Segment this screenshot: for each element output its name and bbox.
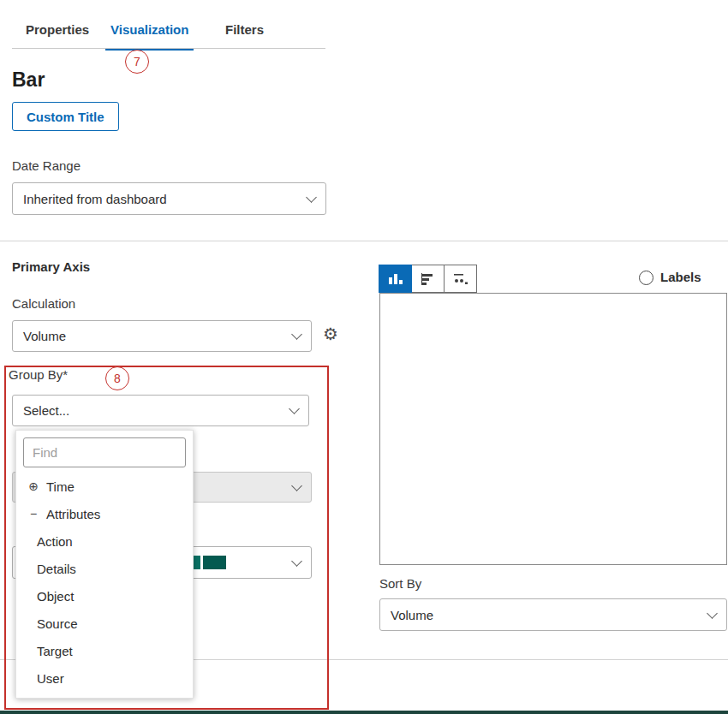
custom-title-button[interactable]: Custom Title: [12, 102, 119, 131]
tab-visualization[interactable]: Visualization: [110, 22, 188, 37]
date-range-label: Date Range: [12, 158, 81, 173]
list-item-action[interactable]: Action: [16, 527, 193, 555]
tree-item-label: Attributes: [46, 507, 100, 521]
section-divider: [0, 241, 728, 241]
annotation-step-7: 7: [125, 50, 149, 74]
group-by-label: Group By*: [9, 367, 68, 382]
chevron-down-icon: [291, 556, 302, 567]
tabs-divider: [12, 48, 325, 49]
sort-by-label: Sort By: [379, 576, 421, 591]
annotation-step-8: 8: [105, 366, 129, 390]
chart-type-toolbar: [379, 265, 477, 293]
tab-properties[interactable]: Properties: [26, 22, 89, 37]
chevron-down-icon: [306, 192, 317, 203]
labels-radio[interactable]: [639, 271, 653, 285]
minus-icon[interactable]: −: [27, 507, 40, 521]
color-swatch: [203, 556, 226, 569]
chevron-down-icon: [291, 480, 302, 491]
calculation-label: Calculation: [12, 296, 75, 311]
tree-item-time[interactable]: ⊕ Time: [16, 473, 193, 500]
visualization-settings-panel: Properties Visualization Filters 7 Bar C…: [0, 0, 728, 714]
date-range-select[interactable]: Inherited from dashboard: [12, 182, 326, 215]
labels-radio-label: Labels: [660, 270, 701, 284]
list-item-object[interactable]: Object: [16, 582, 193, 610]
chevron-down-icon: [291, 329, 302, 340]
list-item-source[interactable]: Source: [16, 610, 193, 637]
calculation-value: Volume: [23, 329, 66, 343]
dot-plot-icon: [452, 272, 469, 286]
horizontal-bar-chart-icon: [420, 272, 437, 286]
settings-gear-icon[interactable]: ⚙: [323, 324, 338, 344]
sort-by-select[interactable]: Volume: [379, 598, 727, 631]
list-item-details[interactable]: Details: [16, 555, 193, 582]
tree-item-label: Time: [46, 479, 75, 494]
calculation-select[interactable]: Volume: [12, 320, 312, 352]
sort-by-value: Volume: [391, 608, 433, 622]
plus-circle-icon[interactable]: ⊕: [27, 479, 40, 493]
primary-axis-heading: Primary Axis: [12, 259, 90, 274]
find-input[interactable]: [23, 437, 186, 467]
group-by-value: Select...: [23, 403, 69, 418]
chart-type-dot-plot-button[interactable]: [444, 265, 477, 293]
tab-filters[interactable]: Filters: [225, 22, 264, 37]
tree-item-attributes[interactable]: − Attributes: [16, 500, 193, 527]
bottom-accent-bar: [0, 711, 728, 714]
chevron-down-icon: [289, 403, 300, 414]
date-range-value: Inherited from dashboard: [23, 192, 167, 206]
bar-chart-icon: [387, 272, 404, 286]
group-by-select[interactable]: Select...: [12, 395, 309, 426]
chevron-down-icon: [707, 608, 718, 619]
chart-type-horizontal-bar-button[interactable]: [411, 265, 445, 293]
chart-canvas: [379, 293, 727, 565]
page-title: Bar: [12, 68, 45, 92]
group-by-dropdown-panel: ⊕ Time − Attributes Action Details Objec…: [15, 430, 194, 699]
list-item-user[interactable]: User: [16, 664, 193, 692]
chart-type-bar-button[interactable]: [379, 265, 412, 293]
list-item-target[interactable]: Target: [16, 637, 193, 664]
